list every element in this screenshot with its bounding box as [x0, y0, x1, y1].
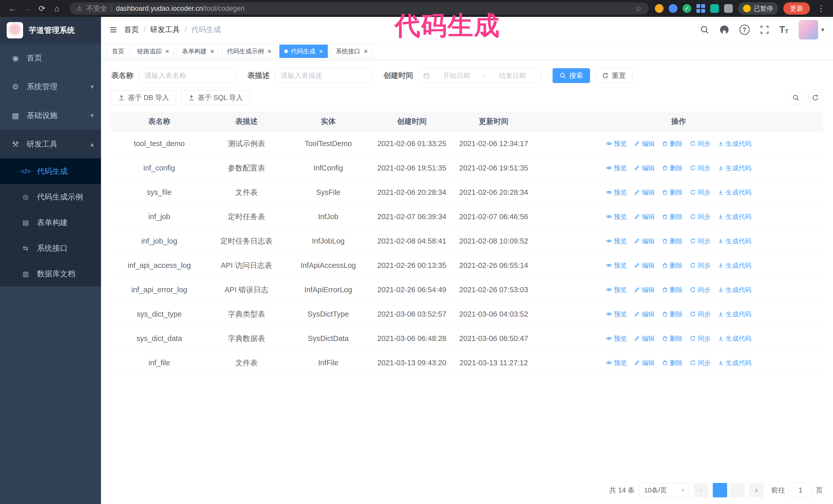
delete-link[interactable]: 删除 [662, 139, 683, 148]
sidebar-item-db-doc[interactable]: ▥ 数据库文档 [0, 261, 101, 287]
edit-link[interactable]: 编辑 [634, 139, 654, 148]
close-icon[interactable]: × [210, 48, 214, 55]
sync-link[interactable]: 同步 [690, 285, 711, 294]
sync-link[interactable]: 同步 [690, 309, 711, 319]
date-range-picker[interactable]: 开始日期 - 结束日期 [418, 68, 541, 83]
edit-link[interactable]: 编辑 [634, 358, 654, 367]
sidebar-item-form-builder[interactable]: ▤ 表单构建 [0, 210, 101, 235]
sync-link[interactable]: 同步 [690, 188, 711, 197]
table-desc-input[interactable] [275, 68, 372, 83]
user-avatar[interactable]: ▾ [799, 20, 824, 40]
generate-code-link[interactable]: 生成代码 [718, 285, 751, 294]
edit-link[interactable]: 编辑 [634, 188, 654, 197]
font-size-icon[interactable]: TT [780, 25, 788, 34]
preview-link[interactable]: 预览 [606, 163, 627, 172]
extension-icon[interactable] [710, 4, 719, 13]
close-icon[interactable]: × [319, 48, 323, 55]
goto-page-input[interactable] [789, 483, 812, 497]
edit-link[interactable]: 编辑 [634, 334, 654, 343]
close-icon[interactable]: × [267, 48, 271, 55]
paused-badge[interactable]: 已暂停 [738, 2, 778, 15]
preview-link[interactable]: 预览 [606, 358, 627, 367]
github-icon[interactable] [719, 25, 729, 34]
sync-link[interactable]: 同步 [690, 334, 711, 343]
delete-link[interactable]: 删除 [662, 212, 683, 221]
tab-form-builder[interactable]: 表单构建 × [177, 45, 219, 58]
delete-link[interactable]: 删除 [662, 334, 683, 343]
tab-codegen[interactable]: 代码生成 × [279, 45, 328, 58]
delete-link[interactable]: 删除 [662, 236, 683, 246]
extension-icon[interactable] [669, 4, 677, 13]
page-button[interactable] [713, 483, 727, 497]
delete-link[interactable]: 删除 [662, 309, 683, 319]
preview-link[interactable]: 预览 [606, 212, 627, 221]
close-icon[interactable]: × [364, 48, 368, 55]
sync-link[interactable]: 同步 [690, 163, 711, 172]
generate-code-link[interactable]: 生成代码 [718, 358, 751, 367]
fullscreen-icon[interactable] [760, 25, 769, 34]
tab-codegen-demo[interactable]: 代码生成示例 × [222, 45, 276, 58]
sidebar-item-home[interactable]: ◉ 首页 [0, 44, 101, 72]
delete-link[interactable]: 删除 [662, 261, 683, 270]
sidebar-item-devtools[interactable]: ⚒ 研发工具 ▴ [0, 130, 101, 159]
extensions-puzzle-icon[interactable] [724, 4, 733, 13]
delete-link[interactable]: 删除 [662, 358, 683, 367]
extension-icon[interactable] [655, 4, 664, 13]
preview-link[interactable]: 预览 [606, 309, 627, 319]
tab-home[interactable]: 首页 [107, 45, 129, 58]
generate-code-link[interactable]: 生成代码 [718, 261, 751, 270]
sidebar-item-infra[interactable]: ▦ 基础设施 ▾ [0, 101, 101, 130]
sidebar-item-codegen[interactable]: </> 代码生成 [0, 159, 101, 184]
sync-link[interactable]: 同步 [690, 236, 711, 246]
app-logo[interactable]: 芋道管理系统 [0, 17, 101, 44]
import-sql-button[interactable]: 基于 SQL 导入 [181, 90, 250, 105]
bookmark-star-icon[interactable]: ☆ [635, 4, 642, 13]
generate-code-link[interactable]: 生成代码 [718, 212, 751, 221]
edit-link[interactable]: 编辑 [634, 212, 654, 221]
start-date-input[interactable]: 开始日期 [432, 71, 481, 80]
sidebar-item-codegen-demo[interactable]: ◎ 代码生成示例 [0, 184, 101, 210]
preview-link[interactable]: 预览 [606, 334, 627, 343]
delete-link[interactable]: 删除 [662, 188, 683, 197]
sync-link[interactable]: 同步 [690, 261, 711, 270]
browser-menu-icon[interactable]: ⋮ [815, 4, 827, 13]
tab-api[interactable]: 系统接口 × [331, 45, 373, 58]
sync-link[interactable]: 同步 [690, 212, 711, 221]
help-icon[interactable]: ? [739, 25, 750, 35]
forward-icon[interactable]: → [21, 2, 34, 15]
generate-code-link[interactable]: 生成代码 [718, 188, 751, 197]
edit-link[interactable]: 编辑 [634, 236, 654, 246]
delete-link[interactable]: 删除 [662, 285, 683, 294]
tab-tracing[interactable]: 链路追踪 × [132, 45, 174, 58]
search-button[interactable]: 搜索 [553, 68, 590, 83]
sidebar-item-system[interactable]: ⚙ 系统管理 ▾ [0, 72, 101, 101]
edit-link[interactable]: 编辑 [634, 163, 654, 172]
toggle-search-button[interactable] [788, 90, 803, 105]
import-db-button[interactable]: 基于 DB 导入 [111, 90, 176, 105]
generate-code-link[interactable]: 生成代码 [718, 309, 751, 319]
edit-link[interactable]: 编辑 [634, 309, 654, 319]
generate-code-link[interactable]: 生成代码 [718, 163, 751, 172]
sync-link[interactable]: 同步 [690, 139, 711, 148]
preview-link[interactable]: 预览 [606, 188, 627, 197]
edit-link[interactable]: 编辑 [634, 285, 654, 294]
address-bar[interactable]: ⚠ 不安全 dashboard.yudao.iocoder.cn/tool/co… [70, 2, 649, 15]
home-icon[interactable]: ⌂ [50, 2, 64, 15]
preview-link[interactable]: 预览 [606, 236, 627, 246]
breadcrumb-home[interactable]: 首页 [124, 25, 139, 35]
close-icon[interactable]: × [165, 48, 169, 55]
extension-grid-icon[interactable] [696, 4, 705, 13]
preview-link[interactable]: 预览 [606, 285, 627, 294]
sync-link[interactable]: 同步 [690, 358, 711, 367]
search-icon[interactable] [700, 25, 709, 34]
extension-check-icon[interactable]: ✓ [683, 4, 691, 13]
prev-page-button[interactable]: ‹ [694, 483, 708, 497]
sidebar-item-api[interactable]: ⇆ 系统接口 [0, 235, 101, 261]
reload-icon[interactable]: ⟳ [35, 2, 49, 15]
delete-link[interactable]: 删除 [662, 163, 683, 172]
breadcrumb-devtools[interactable]: 研发工具 [150, 25, 180, 35]
generate-code-link[interactable]: 生成代码 [718, 236, 751, 246]
table-name-input[interactable] [139, 68, 236, 83]
generate-code-link[interactable]: 生成代码 [718, 139, 751, 148]
end-date-input[interactable]: 结束日期 [488, 71, 537, 80]
